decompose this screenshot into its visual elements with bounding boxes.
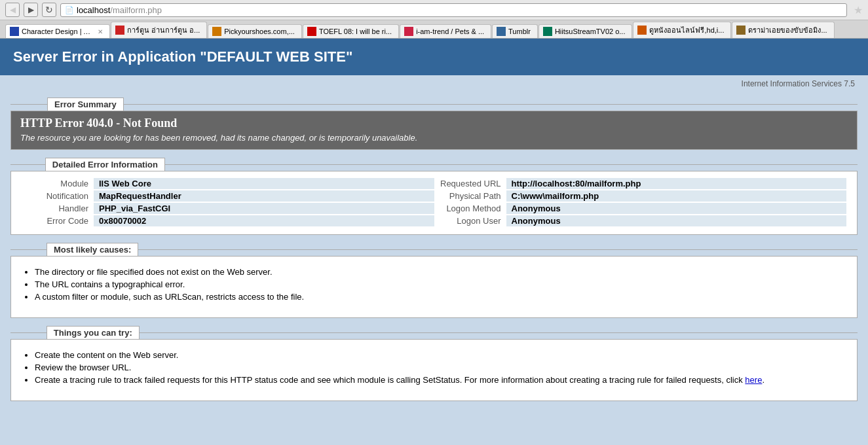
- page-header: Server Error in Application "DEFAULT WEB…: [0, 39, 868, 75]
- things-to-try-title: Things you can try:: [47, 326, 140, 340]
- tab-4[interactable]: i-am-trend / Pets & ...: [400, 24, 491, 38]
- detail-module: Module IIS Web Core: [22, 178, 434, 189]
- iis-label: Internet Information Services 7.5: [0, 75, 868, 92]
- things-to-try-content: Create the content on the Web server. Re…: [10, 339, 858, 401]
- cause-item-2: A custom filter or module, such as URLSc…: [35, 292, 833, 302]
- physical-path-label: Physical Path: [434, 191, 506, 201]
- lock-icon: 📄: [65, 6, 74, 14]
- tab-favicon-2: [212, 27, 221, 36]
- tab-favicon-6: [543, 27, 552, 36]
- tab-label-6: HiitsuStreamTV02 o...: [555, 27, 626, 35]
- tab-5[interactable]: Tumblr: [492, 24, 538, 38]
- tab-label-7: ดูหนังออนไลน์ฟรี,hd,i...: [649, 24, 724, 36]
- tab-8[interactable]: ดราม่าเอยของขับข้อมิง...: [732, 22, 834, 38]
- detail-logon-method: Logon Method Anonymous: [434, 203, 847, 214]
- detail-logon-user: Logon User Anonymous: [434, 215, 847, 226]
- address-bar[interactable]: 📄 localhost/mailform.php: [60, 3, 847, 17]
- tab-favicon-1: [115, 26, 124, 35]
- try-item-0: Create the content on the Web server.: [35, 350, 833, 360]
- tab-1[interactable]: การ์ตูน อ่านการ์ตูน อ...: [111, 22, 207, 38]
- error-banner: HTTP Error 404.0 - Not Found The resourc…: [11, 111, 857, 149]
- physical-path-value: C:\www\mailform.php: [506, 190, 847, 202]
- back-button[interactable]: ◀: [5, 3, 20, 17]
- detailed-error-content: Module IIS Web Core Notification MapRequ…: [10, 171, 858, 235]
- tab-close-0[interactable]: ✕: [98, 28, 103, 35]
- tab-label-4: i-am-trend / Pets & ...: [416, 27, 484, 35]
- address-text: localhost/mailform.php: [77, 5, 162, 15]
- tab-0[interactable]: Character Design | A... ✕: [5, 24, 110, 38]
- tab-favicon-5: [497, 27, 506, 36]
- try-item-1: Review the browser URL.: [35, 363, 833, 372]
- error-code-label: Error Code: [22, 216, 94, 226]
- detail-error-code: Error Code 0x80070002: [22, 215, 434, 226]
- refresh-button[interactable]: ↻: [42, 3, 56, 17]
- here-link[interactable]: here: [745, 375, 762, 385]
- tab-label-3: TOEFL 08: I will be ri...: [319, 27, 392, 35]
- requested-url-label: Requested URL: [434, 179, 506, 188]
- detail-requested-url: Requested URL http://localhost:80/mailfo…: [434, 178, 847, 189]
- tab-label-1: การ์ตูน อ่านการ์ตูน อ...: [127, 24, 200, 36]
- tab-favicon-0: [10, 27, 19, 36]
- detail-col-left: Module IIS Web Core Notification MapRequ…: [22, 178, 434, 228]
- page-content: Server Error in Application "DEFAULT WEB…: [0, 39, 868, 431]
- error-summary-section: Error Summary HTTP Error 404.0 - Not Fou…: [10, 98, 858, 150]
- detail-physical-path: Physical Path C:\www\mailform.php: [434, 190, 847, 202]
- detail-handler: Handler PHP_via_FastCGI: [22, 203, 434, 214]
- things-to-try-section: Things you can try: Create the content o…: [10, 326, 858, 401]
- cause-item-0: The directory or file specified does not…: [35, 267, 833, 277]
- tabs-bar: Character Design | A... ✕ การ์ตูน อ่านกา…: [0, 20, 868, 38]
- tab-label-2: Pickyourshoes.com,...: [224, 27, 295, 35]
- logon-method-label: Logon Method: [434, 204, 506, 213]
- logon-user-label: Logon User: [434, 216, 506, 226]
- error-code-value: 0x80070002: [94, 215, 434, 226]
- page-title: Server Error in Application "DEFAULT WEB…: [13, 48, 855, 65]
- tab-label-8: ดราม่าเอยของขับข้อมิง...: [748, 24, 827, 36]
- tab-favicon-4: [404, 27, 413, 36]
- forward-button[interactable]: ▶: [24, 3, 38, 17]
- detailed-error-title: Detailed Error Information: [45, 158, 165, 171]
- logon-method-value: Anonymous: [506, 203, 847, 214]
- detail-col-right: Requested URL http://localhost:80/mailfo…: [434, 178, 847, 228]
- tab-label-0: Character Design | A...: [22, 27, 92, 35]
- most-likely-causes-title: Most likely causes:: [47, 243, 139, 257]
- tab-7[interactable]: ดูหนังออนไลน์ฟรี,hd,i...: [633, 22, 731, 38]
- bookmark-icon[interactable]: ★: [854, 4, 863, 16]
- handler-value: PHP_via_FastCGI: [94, 203, 434, 214]
- notification-label: Notification: [22, 191, 94, 201]
- notification-value: MapRequestHandler: [94, 190, 434, 202]
- tab-label-5: Tumblr: [508, 27, 531, 35]
- try-list: Create the content on the Web server. Re…: [22, 346, 846, 394]
- logon-user-value: Anonymous: [506, 215, 847, 226]
- detail-notification: Notification MapRequestHandler: [22, 190, 434, 202]
- handler-label: Handler: [22, 204, 94, 213]
- module-value: IIS Web Core: [94, 178, 434, 189]
- causes-list: The directory or file specified does not…: [22, 263, 846, 311]
- tab-favicon-7: [637, 26, 647, 35]
- error-title: HTTP Error 404.0 - Not Found: [20, 116, 848, 130]
- tab-6[interactable]: HiitsuStreamTV02 o...: [538, 24, 633, 38]
- error-summary-content: HTTP Error 404.0 - Not Found The resourc…: [10, 111, 858, 150]
- tab-favicon-3: [307, 27, 316, 36]
- most-likely-causes-section: Most likely causes: The directory or fil…: [10, 243, 858, 318]
- cause-item-1: The URL contains a typographical error.: [35, 279, 833, 289]
- most-likely-causes-content: The directory or file specified does not…: [10, 256, 858, 318]
- try-item-2: Create a tracing rule to track failed re…: [35, 375, 833, 385]
- error-summary-title: Error Summary: [47, 98, 124, 111]
- detailed-error-section: Detailed Error Information Module IIS We…: [10, 158, 858, 235]
- requested-url-value: http://localhost:80/mailform.php: [506, 178, 847, 189]
- detail-columns: Module IIS Web Core Notification MapRequ…: [22, 178, 846, 228]
- module-label: Module: [22, 179, 94, 188]
- tab-favicon-8: [736, 26, 745, 35]
- tab-3[interactable]: TOEFL 08: I will be ri...: [303, 24, 399, 38]
- tab-2[interactable]: Pickyourshoes.com,...: [208, 24, 302, 38]
- error-description: The resource you are looking for has bee…: [20, 133, 848, 147]
